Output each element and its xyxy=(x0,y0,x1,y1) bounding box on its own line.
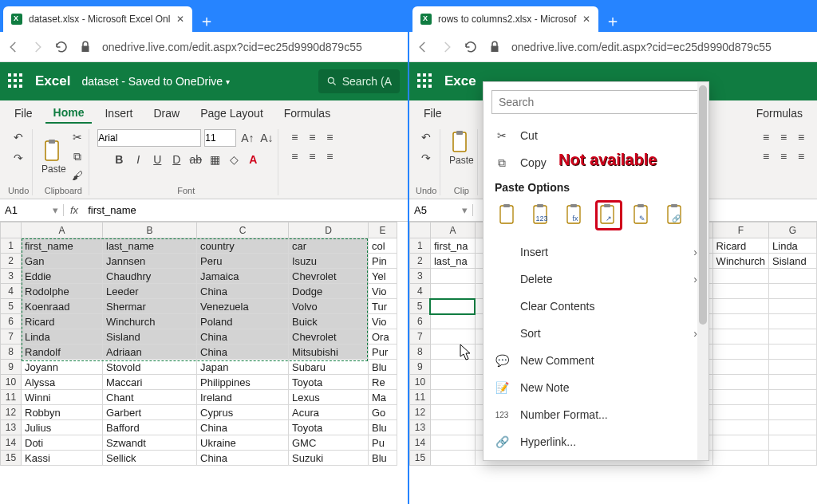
row-header[interactable]: 15 xyxy=(1,451,22,466)
cell[interactable]: Bafford xyxy=(103,420,197,435)
cell[interactable]: Tur xyxy=(369,299,397,314)
paste-button[interactable]: Paste xyxy=(448,129,474,166)
cell[interactable]: Adriaan xyxy=(103,345,197,360)
app-launcher-icon[interactable] xyxy=(8,73,24,89)
cell[interactable]: Blu xyxy=(369,451,397,466)
cell[interactable]: China xyxy=(197,420,289,435)
align-middle-button[interactable]: ≡ xyxy=(776,129,791,145)
cell[interactable]: Dodge xyxy=(289,284,369,299)
fill-color-button[interactable]: ◇ xyxy=(226,152,242,167)
tab-file[interactable]: File xyxy=(6,104,41,123)
cell[interactable]: Vio xyxy=(369,284,397,299)
cell[interactable] xyxy=(769,329,817,345)
name-box[interactable]: A1▾ xyxy=(0,204,64,216)
align-right-button[interactable]: ≡ xyxy=(793,148,809,164)
cell[interactable] xyxy=(712,269,768,284)
col-header[interactable]: A xyxy=(430,222,475,238)
cell[interactable] xyxy=(712,451,768,466)
col-header[interactable]: C xyxy=(197,222,289,238)
cell[interactable]: Blu xyxy=(369,360,397,375)
file-name-status[interactable]: dataset - Saved to OneDrive▾ xyxy=(81,75,230,88)
cell[interactable] xyxy=(769,345,817,360)
cell[interactable] xyxy=(769,435,817,451)
paste-button[interactable] xyxy=(495,200,522,230)
cell[interactable] xyxy=(769,269,817,284)
cell[interactable]: Robbyn xyxy=(22,405,103,420)
cell[interactable]: China xyxy=(197,345,289,360)
cell[interactable]: Peru xyxy=(197,254,289,269)
increase-font-button[interactable]: A↑ xyxy=(239,130,255,146)
row-header[interactable]: 10 xyxy=(1,375,22,390)
paste-formulas-button[interactable]: fx xyxy=(562,200,589,230)
cell[interactable] xyxy=(430,390,475,405)
cell[interactable]: Sisland xyxy=(103,329,197,345)
align-top-button[interactable]: ≡ xyxy=(286,129,302,145)
cell[interactable] xyxy=(430,329,475,345)
cell[interactable] xyxy=(769,405,817,420)
context-cut[interactable]: ✂Cut xyxy=(483,122,708,149)
cell[interactable] xyxy=(712,284,768,299)
tab-file[interactable]: File xyxy=(416,104,450,123)
cell[interactable]: Ricard xyxy=(712,238,768,254)
cell[interactable]: China xyxy=(197,284,289,299)
align-middle-button[interactable]: ≡ xyxy=(304,129,320,145)
cell[interactable]: Sisland xyxy=(769,254,817,269)
row-header[interactable]: 9 xyxy=(1,360,22,375)
cell[interactable]: Pin xyxy=(369,254,397,269)
cell[interactable]: Blu xyxy=(369,420,397,435)
formula-value[interactable]: first_name xyxy=(85,204,140,216)
row-header[interactable]: 6 xyxy=(1,314,22,329)
cell[interactable]: Gan xyxy=(22,254,103,269)
undo-button[interactable]: ↶ xyxy=(418,129,434,145)
tab-insert[interactable]: Insert xyxy=(97,104,140,123)
align-center-button[interactable]: ≡ xyxy=(304,148,320,164)
row-header[interactable]: 14 xyxy=(1,435,22,451)
cell[interactable] xyxy=(712,329,768,345)
cell[interactable]: Toyota xyxy=(289,420,369,435)
cell[interactable]: Chevrolet xyxy=(289,329,369,345)
tab-draw[interactable]: Draw xyxy=(145,104,187,123)
cell[interactable] xyxy=(712,345,768,360)
col-header[interactable]: E xyxy=(369,222,397,238)
cell[interactable] xyxy=(769,451,817,466)
spreadsheet-grid[interactable]: ABCDE1first_namelast_namecountrycarcol2G… xyxy=(0,222,397,466)
cell[interactable]: first_na xyxy=(430,238,475,254)
redo-button[interactable]: ↷ xyxy=(418,150,434,166)
cell[interactable]: Acura xyxy=(289,405,369,420)
cell[interactable]: last_name xyxy=(103,238,197,254)
cell[interactable] xyxy=(430,405,475,420)
cell[interactable]: Winchurch xyxy=(712,254,768,269)
cell[interactable]: Volvo xyxy=(289,299,369,314)
cell[interactable]: Sellick xyxy=(103,451,197,466)
cell[interactable]: car xyxy=(289,238,369,254)
paste-link-button[interactable]: 🔗 xyxy=(662,200,689,230)
cell[interactable] xyxy=(769,284,817,299)
cell[interactable]: Pur xyxy=(369,345,397,360)
cut-button[interactable]: ✂ xyxy=(69,129,85,145)
row-header[interactable]: 5 xyxy=(410,299,431,314)
cell[interactable]: Joyann xyxy=(22,360,103,375)
row-header[interactable]: 6 xyxy=(410,314,431,329)
font-size-select[interactable] xyxy=(204,129,236,147)
cell[interactable] xyxy=(430,314,475,329)
cell[interactable]: Alyssa xyxy=(22,375,103,390)
cell[interactable] xyxy=(712,420,768,435)
cell[interactable]: Vio xyxy=(369,314,397,329)
row-header[interactable]: 2 xyxy=(410,254,431,269)
cell[interactable] xyxy=(769,420,817,435)
new-tab-button[interactable]: ＋ xyxy=(602,10,624,32)
cell[interactable]: China xyxy=(197,451,289,466)
cell[interactable]: Doti xyxy=(22,435,103,451)
cell[interactable]: Winni xyxy=(22,390,103,405)
cell[interactable]: Go xyxy=(369,405,397,420)
tab-home[interactable]: Home xyxy=(45,103,93,124)
cell[interactable]: Szwandt xyxy=(103,435,197,451)
app-launcher-icon[interactable] xyxy=(417,73,433,89)
row-header[interactable]: 2 xyxy=(1,254,22,269)
cell[interactable]: Linda xyxy=(769,238,817,254)
close-icon[interactable]: ✕ xyxy=(582,14,590,25)
cell[interactable] xyxy=(712,435,768,451)
align-left-button[interactable]: ≡ xyxy=(758,148,774,164)
cell[interactable]: Shermar xyxy=(103,299,197,314)
cell[interactable]: Kassi xyxy=(22,451,103,466)
